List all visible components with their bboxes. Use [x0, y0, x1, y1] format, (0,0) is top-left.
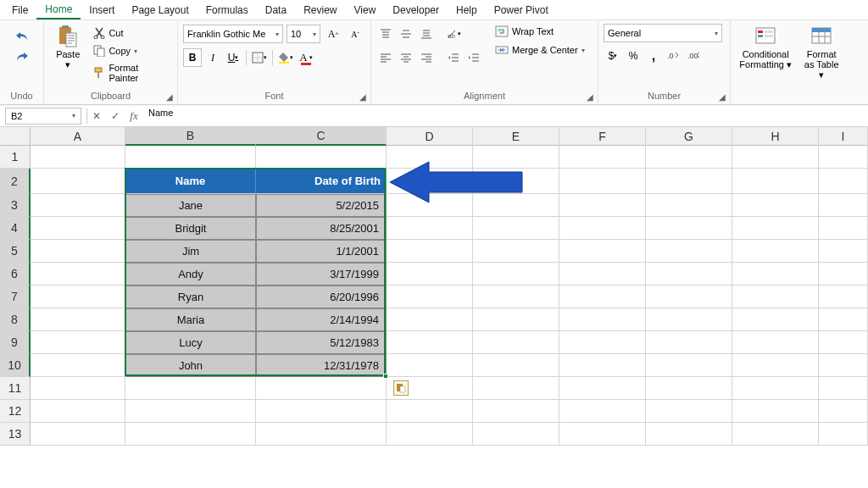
cell-D7[interactable] [387, 286, 473, 308]
menu-data[interactable]: Data [257, 2, 295, 19]
menu-review[interactable]: Review [295, 2, 345, 19]
menu-home[interactable]: Home [36, 1, 81, 19]
row-header-9[interactable]: 9 [0, 331, 31, 354]
col-header-F[interactable]: F [559, 127, 646, 146]
row-header-11[interactable]: 11 [0, 377, 31, 400]
format-as-table-button[interactable]: Format as Table ▾ [798, 24, 844, 81]
cell-F4[interactable] [559, 217, 646, 240]
cell-G3[interactable] [646, 194, 732, 217]
cell-G11[interactable] [646, 377, 732, 400]
menu-powerpivot[interactable]: Power Pivot [486, 2, 557, 19]
cell-H5[interactable] [732, 240, 819, 263]
cell-F10[interactable] [559, 354, 646, 377]
decrease-decimal-button[interactable]: .00 [685, 47, 704, 65]
cell-A11[interactable] [31, 377, 125, 400]
cell-E3[interactable] [473, 194, 559, 217]
cell-A2[interactable] [31, 169, 125, 194]
cell-E4[interactable] [473, 217, 559, 240]
menu-insert[interactable]: Insert [81, 2, 123, 19]
align-left-button[interactable] [376, 48, 395, 67]
bold-button[interactable]: B [183, 48, 202, 67]
row-header-12[interactable]: 12 [0, 400, 31, 423]
cell-E2[interactable] [473, 169, 559, 194]
conditional-formatting-button[interactable]: Conditional Formatting ▾ [736, 24, 795, 71]
align-right-button[interactable] [417, 48, 436, 67]
cell-B10[interactable]: John [125, 354, 256, 377]
cell-H13[interactable] [732, 423, 819, 446]
align-middle-button[interactable] [397, 25, 415, 43]
cell-C6[interactable]: 3/17/1999 [256, 263, 387, 286]
align-center-button[interactable] [397, 48, 415, 67]
select-all-corner[interactable] [0, 127, 31, 146]
cell-B4[interactable]: Bridgit [125, 217, 256, 240]
cell-I5[interactable] [819, 240, 868, 263]
cell-I3[interactable] [819, 194, 868, 217]
row-header-5[interactable]: 5 [0, 240, 31, 263]
cell-I12[interactable] [819, 400, 868, 423]
cell-H11[interactable] [732, 377, 819, 400]
row-header-6[interactable]: 6 [0, 263, 31, 286]
decrease-font-button[interactable]: Aˇ [346, 25, 364, 43]
cell-D9[interactable] [387, 331, 473, 354]
row-header-13[interactable]: 13 [0, 423, 31, 446]
cell-B13[interactable] [125, 423, 256, 446]
cell-A1[interactable] [31, 146, 125, 169]
cell-G5[interactable] [646, 240, 732, 263]
cell-G13[interactable] [646, 423, 732, 446]
col-header-A[interactable]: A [31, 127, 125, 146]
cell-D12[interactable] [387, 400, 473, 423]
cell-F6[interactable] [559, 263, 646, 286]
row-header-4[interactable]: 4 [0, 217, 31, 240]
cell-H1[interactable] [732, 146, 819, 169]
italic-button[interactable]: I [203, 48, 222, 67]
col-header-C[interactable]: C [256, 127, 387, 146]
menu-help[interactable]: Help [448, 2, 486, 19]
row-header-8[interactable]: 8 [0, 308, 31, 331]
cell-H3[interactable] [732, 194, 819, 217]
font-size-combo[interactable]: 10▾ [287, 25, 320, 43]
cell-C13[interactable] [256, 423, 387, 446]
row-header-3[interactable]: 3 [0, 194, 31, 217]
cell-A10[interactable] [31, 354, 125, 377]
increase-decimal-button[interactable]: .0 [665, 47, 683, 65]
cell-C5[interactable]: 1/1/2001 [256, 240, 387, 263]
font-color-button[interactable]: A▾ [297, 48, 315, 67]
fill-color-button[interactable]: ▾ [276, 48, 295, 67]
cell-I7[interactable] [819, 286, 868, 308]
cell-D3[interactable] [387, 194, 473, 217]
cell-I10[interactable] [819, 354, 868, 377]
cell-B2[interactable]: Name [125, 169, 256, 194]
cell-F2[interactable] [559, 169, 646, 194]
alignment-dialog-launcher[interactable]: ◢ [585, 92, 595, 102]
cell-G1[interactable] [646, 146, 732, 169]
cell-H7[interactable] [732, 286, 819, 308]
cell-C2[interactable]: Date of Birth [256, 169, 387, 194]
accounting-format-button[interactable]: $ ▾ [604, 47, 622, 65]
cell-A9[interactable] [31, 331, 125, 354]
wrap-text-button[interactable]: ab Wrap Text [492, 24, 588, 39]
cell-B7[interactable]: Ryan [125, 286, 256, 308]
percent-format-button[interactable]: % [624, 47, 643, 65]
cell-E12[interactable] [473, 400, 559, 423]
cell-B1[interactable] [125, 146, 256, 169]
fill-handle[interactable] [383, 374, 388, 379]
align-top-button[interactable] [376, 25, 395, 43]
number-dialog-launcher[interactable]: ◢ [717, 92, 727, 102]
cell-F8[interactable] [559, 308, 646, 331]
cell-E13[interactable] [473, 423, 559, 446]
increase-indent-button[interactable] [465, 48, 483, 67]
cell-G6[interactable] [646, 263, 732, 286]
cell-I2[interactable] [819, 169, 868, 194]
insert-function-button[interactable]: fx [125, 108, 143, 125]
row-header-7[interactable]: 7 [0, 286, 31, 308]
cell-A6[interactable] [31, 263, 125, 286]
formula-input[interactable]: Name [143, 108, 868, 125]
row-header-10[interactable]: 10 [0, 354, 31, 377]
cell-E8[interactable] [473, 308, 559, 331]
col-header-H[interactable]: H [732, 127, 819, 146]
cell-F9[interactable] [559, 331, 646, 354]
cell-H10[interactable] [732, 354, 819, 377]
cell-B8[interactable]: Maria [125, 308, 256, 331]
cell-H8[interactable] [732, 308, 819, 331]
cell-A5[interactable] [31, 240, 125, 263]
